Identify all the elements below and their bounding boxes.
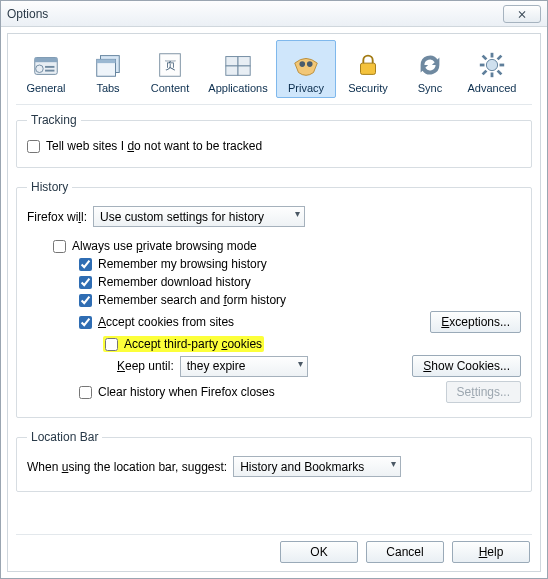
privacy-icon bbox=[291, 50, 321, 80]
svg-rect-7 bbox=[97, 59, 116, 63]
svg-text:页: 页 bbox=[165, 59, 176, 71]
close-icon: ⨯ bbox=[517, 7, 527, 21]
tabs-icon bbox=[93, 50, 123, 80]
svg-line-25 bbox=[483, 71, 487, 75]
settings-button: Settings... bbox=[446, 381, 521, 403]
clear-on-close-checkbox[interactable]: Clear history when Firefox closes bbox=[79, 385, 275, 399]
svg-point-14 bbox=[299, 61, 305, 67]
accept-cookies-checkbox[interactable]: Accept cookies from sites bbox=[79, 315, 234, 329]
tab-advanced[interactable]: Advanced bbox=[462, 40, 522, 98]
tab-label: Applications bbox=[208, 82, 267, 94]
accept-cookies-input[interactable] bbox=[79, 316, 92, 329]
accept-third-party-input[interactable] bbox=[105, 338, 118, 351]
window-title: Options bbox=[7, 7, 503, 21]
svg-rect-16 bbox=[361, 63, 376, 74]
security-icon bbox=[353, 50, 383, 80]
remember-browsing-checkbox[interactable]: Remember my browsing history bbox=[79, 257, 267, 271]
history-group: History Firefox will: Use custom setting… bbox=[16, 180, 532, 418]
dnt-label: Tell web sites I do not want to be track… bbox=[46, 139, 262, 153]
clear-on-close-input[interactable] bbox=[79, 386, 92, 399]
category-toolbar: General Tabs 页 Content Applications Priv… bbox=[16, 38, 532, 105]
locationbar-group: Location Bar When using the location bar… bbox=[16, 430, 532, 492]
locationbar-legend: Location Bar bbox=[27, 430, 102, 444]
tab-label: Security bbox=[348, 82, 388, 94]
locationbar-select[interactable]: History and Bookmarks bbox=[233, 456, 401, 477]
tab-applications[interactable]: Applications bbox=[202, 40, 274, 98]
svg-rect-3 bbox=[45, 66, 54, 68]
advanced-icon bbox=[477, 50, 507, 80]
tracking-group: Tracking Tell web sites I do not want to… bbox=[16, 113, 532, 168]
svg-line-23 bbox=[498, 71, 502, 75]
tab-security[interactable]: Security bbox=[338, 40, 398, 98]
ok-button[interactable]: OK bbox=[280, 541, 358, 563]
dialog-body: General Tabs 页 Content Applications Priv… bbox=[7, 33, 541, 572]
remember-browsing-label: Remember my browsing history bbox=[98, 257, 267, 271]
always-private-input[interactable] bbox=[53, 240, 66, 253]
remember-forms-checkbox[interactable]: Remember search and form history bbox=[79, 293, 286, 307]
cancel-button[interactable]: Cancel bbox=[366, 541, 444, 563]
help-button[interactable]: Help bbox=[452, 541, 530, 563]
options-window: Options ⨯ General Tabs 页 Content Applica… bbox=[0, 0, 548, 579]
svg-point-17 bbox=[486, 59, 497, 70]
locationbar-label: When using the location bar, suggest: bbox=[27, 460, 227, 474]
tab-label: Advanced bbox=[468, 82, 517, 94]
accept-third-party-checkbox[interactable]: Accept third-party cookies bbox=[105, 337, 262, 351]
tab-label: Tabs bbox=[96, 82, 119, 94]
tracking-legend: Tracking bbox=[27, 113, 81, 127]
always-private-label: Always use private browsing mode bbox=[72, 239, 257, 253]
remember-browsing-input[interactable] bbox=[79, 258, 92, 271]
firefox-will-label: Firefox will: bbox=[27, 210, 87, 224]
history-legend: History bbox=[27, 180, 72, 194]
tab-label: Sync bbox=[418, 82, 442, 94]
keep-until-select[interactable]: they expire bbox=[180, 356, 308, 377]
svg-rect-11 bbox=[238, 57, 250, 66]
tab-tabs[interactable]: Tabs bbox=[78, 40, 138, 98]
tab-privacy[interactable]: Privacy bbox=[276, 40, 336, 98]
show-cookies-button[interactable]: Show Cookies... bbox=[412, 355, 521, 377]
content-icon: 页 bbox=[155, 50, 185, 80]
tab-label: Privacy bbox=[288, 82, 324, 94]
always-private-checkbox[interactable]: Always use private browsing mode bbox=[53, 239, 257, 253]
svg-rect-12 bbox=[226, 66, 238, 75]
general-icon bbox=[31, 50, 61, 80]
history-mode-select[interactable]: Use custom settings for history bbox=[93, 206, 305, 227]
titlebar: Options ⨯ bbox=[1, 1, 547, 27]
exceptions-button[interactable]: Exceptions... bbox=[430, 311, 521, 333]
clear-on-close-label: Clear history when Firefox closes bbox=[98, 385, 275, 399]
dnt-input[interactable] bbox=[27, 140, 40, 153]
svg-rect-1 bbox=[35, 58, 58, 63]
remember-downloads-label: Remember download history bbox=[98, 275, 251, 289]
keep-until-label: Keep until: bbox=[117, 359, 174, 373]
svg-line-24 bbox=[498, 56, 502, 60]
dialog-footer: OK Cancel Help bbox=[16, 534, 532, 563]
tab-content[interactable]: 页 Content bbox=[140, 40, 200, 98]
tab-sync[interactable]: Sync bbox=[400, 40, 460, 98]
svg-point-15 bbox=[307, 61, 313, 67]
svg-line-22 bbox=[483, 56, 487, 60]
applications-icon bbox=[223, 50, 253, 80]
svg-rect-4 bbox=[45, 70, 54, 72]
accept-cookies-label: Accept cookies from sites bbox=[98, 315, 234, 329]
remember-forms-input[interactable] bbox=[79, 294, 92, 307]
remember-forms-label: Remember search and form history bbox=[98, 293, 286, 307]
remember-downloads-input[interactable] bbox=[79, 276, 92, 289]
tab-general[interactable]: General bbox=[16, 40, 76, 98]
close-button[interactable]: ⨯ bbox=[503, 5, 541, 23]
sync-icon bbox=[415, 50, 445, 80]
svg-rect-13 bbox=[238, 66, 250, 75]
accept-third-party-label: Accept third-party cookies bbox=[124, 337, 262, 351]
dnt-checkbox[interactable]: Tell web sites I do not want to be track… bbox=[27, 139, 262, 153]
tab-label: General bbox=[26, 82, 65, 94]
remember-downloads-checkbox[interactable]: Remember download history bbox=[79, 275, 251, 289]
tab-label: Content bbox=[151, 82, 190, 94]
svg-rect-10 bbox=[226, 57, 238, 66]
